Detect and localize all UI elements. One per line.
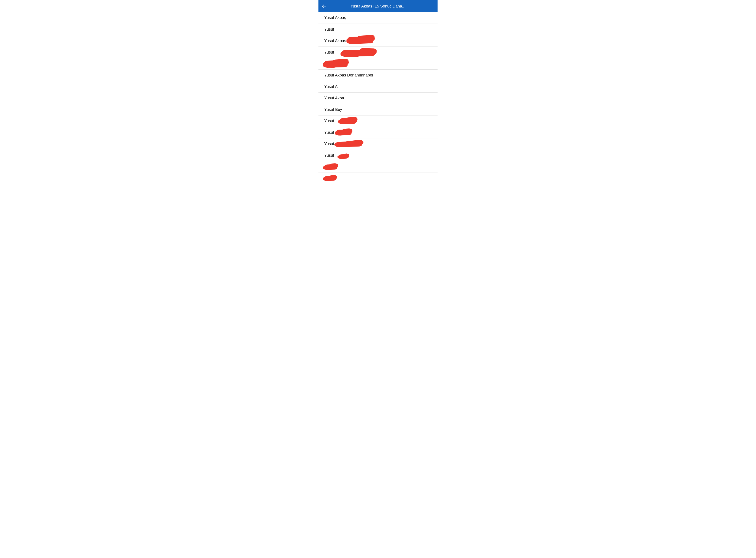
list-item[interactable]: Yusuf Bey [318, 104, 438, 116]
list-item[interactable]: Yusuf [318, 47, 438, 58]
list-item[interactable]: Yusuf Akbas [318, 35, 438, 47]
results-list[interactable]: Yusuf AkbaşYusufYusuf AkbasYusuf Yusuf A… [318, 12, 438, 184]
list-item-label: Yusuf [324, 27, 334, 32]
list-item-label: Yusuf Akbas [324, 39, 346, 43]
list-item[interactable] [318, 58, 438, 70]
app-screen: Yusuf Akbaş (15 Sonuc Daha..) Yusuf Akba… [318, 0, 438, 184]
redaction-mark [342, 49, 375, 57]
list-item-label: Yusuf Akba [324, 96, 344, 101]
list-item-label: Yusuf [324, 153, 334, 158]
redaction-mark [336, 129, 352, 135]
list-item-label: Yusuf Akbaş [324, 16, 346, 20]
list-item-label: Yusuf Akbaş Donanımhaber [324, 73, 373, 78]
list-item[interactable]: Yusuf Akba [318, 93, 438, 104]
redaction-mark [324, 164, 338, 170]
list-item[interactable]: Yusuf A [318, 81, 438, 93]
list-item-label: Yusuf [324, 142, 334, 146]
page-title: Yusuf Akbaş (15 Sonuc Daha..) [318, 4, 438, 8]
list-item-label: Yusuf [324, 130, 334, 135]
list-item[interactable]: Yusuf [318, 116, 438, 127]
back-arrow-icon[interactable] [321, 3, 327, 9]
list-item[interactable]: Yusuf [318, 24, 438, 35]
redaction-mark [348, 36, 373, 44]
list-item[interactable]: Yusuf [318, 127, 438, 138]
list-item-label: Yusuf [324, 119, 334, 123]
redaction-mark [339, 118, 357, 124]
redaction-mark [324, 176, 337, 181]
list-item[interactable] [318, 173, 438, 184]
redaction-mark [339, 154, 349, 159]
list-item-label: Yusuf Bey [324, 107, 342, 112]
list-item-label: Yusuf [324, 50, 334, 55]
list-item-label: Yusuf A [324, 84, 338, 89]
list-item[interactable]: Yusuf Akbaş Donanımhaber [318, 70, 438, 81]
redaction-mark [324, 60, 348, 68]
list-item[interactable]: Yusuf [318, 150, 438, 161]
list-item[interactable]: Yusuf Akbaş [318, 12, 438, 24]
redaction-mark [336, 141, 362, 147]
list-item[interactable] [318, 161, 438, 173]
app-bar: Yusuf Akbaş (15 Sonuc Daha..) [318, 0, 438, 12]
list-item[interactable]: Yusuf [318, 138, 438, 150]
